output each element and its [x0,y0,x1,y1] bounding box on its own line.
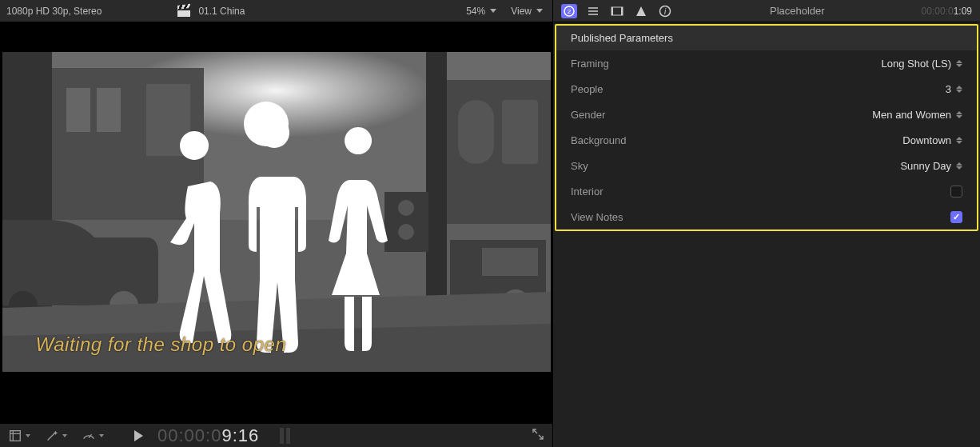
transport-bar: 00:00:09:16 [0,423,552,447]
param-label: Framing [571,58,609,70]
param-value-menu[interactable]: Long Shot (LS) [882,58,962,70]
tc-dim: 00:00:0 [922,6,954,17]
svg-rect-6 [97,88,121,132]
format-spec: 1080p HD 30p, Stereo [6,6,102,17]
param-value: Long Shot (LS) [882,58,951,70]
param-value: Sunny Day [900,160,951,172]
chevron-down-icon [62,434,67,437]
chevron-down-icon [490,9,496,13]
param-people: People 3 [556,76,977,102]
viewer-toolbar: 1080p HD 30p, Stereo 01.1 China 54% View [0,0,552,22]
inspector-clip-name: Placeholder [681,5,914,17]
canvas[interactable]: Waiting for the shop to open [2,52,551,372]
section-header: Published Parameters [556,26,977,50]
note-overlay: Waiting for the shop to open [36,333,287,356]
param-value: Downtown [902,134,951,146]
param-view-notes: View Notes ✓ [556,204,977,229]
svg-rect-5 [66,88,90,132]
chevron-down-icon [26,434,30,437]
transform-menu[interactable] [8,429,30,443]
audio-meter [280,428,290,444]
zoom-menu[interactable]: 54% [466,6,496,17]
param-label: People [571,83,603,95]
tab-generator[interactable]: 2 [561,4,577,18]
inspector-toolbar: 2 i Placeholder 00:00:01:09 [553,0,980,22]
inspector-timecode: 00:00:01:09 [922,6,972,17]
param-value-menu[interactable]: 3 [946,83,962,95]
svg-point-14 [398,224,414,240]
svg-rect-15 [482,248,538,276]
clapboard-icon[interactable] [177,6,190,17]
param-label: View Notes [571,211,623,223]
checkbox-interior[interactable] [950,186,962,198]
param-value-menu[interactable]: Downtown [902,134,962,146]
stepper-icon [956,111,962,118]
chevron-down-icon [536,9,543,13]
param-label: Sky [571,160,588,172]
param-framing: Framing Long Shot (LS) [556,50,977,76]
param-label: Background [571,134,626,146]
param-gender: Gender Men and Women [556,102,977,127]
tab-text[interactable] [585,4,601,18]
tab-color[interactable] [633,4,649,18]
tc-dim: 00:00:0 [157,425,221,445]
stepper-icon [956,137,962,144]
retime-menu[interactable] [82,429,104,443]
fullscreen-button[interactable] [532,428,544,443]
svg-text:2: 2 [568,8,572,15]
tab-video[interactable] [609,4,625,18]
clip-name: 01.1 China [198,6,245,17]
view-menu[interactable]: View [511,6,543,17]
viewer-pane: 1080p HD 30p, Stereo 01.1 China 54% View [0,0,553,447]
stepper-icon [956,60,962,67]
stepper-icon [956,162,962,170]
stepper-icon [956,86,962,93]
param-sky: Sky Sunny Day [556,153,977,178]
svg-text:i: i [664,7,667,16]
viewer-timecode[interactable]: 00:00:09:16 [157,425,259,446]
param-value-menu[interactable]: Sunny Day [900,160,962,172]
svg-rect-20 [612,7,623,15]
svg-rect-22 [621,7,623,15]
inspector-pane: 2 i Placeholder 00:00:01:09 Published Pa… [553,0,980,447]
svg-point-13 [398,200,414,216]
param-value: 3 [946,83,951,95]
svg-rect-9 [458,100,494,164]
zoom-value: 54% [466,6,485,17]
param-interior: Interior [556,178,977,204]
param-value-menu[interactable]: Men and Women [872,109,962,121]
svg-rect-21 [612,7,613,15]
enhance-menu[interactable] [45,429,67,443]
svg-rect-17 [10,430,21,441]
placeholder-scene [2,52,551,372]
tab-info[interactable]: i [657,4,673,18]
view-label: View [511,6,532,17]
tc-bright: 9:16 [221,425,259,445]
tc-bright: 1:09 [954,6,972,17]
chevron-down-icon [99,434,104,437]
param-label: Gender [571,109,605,121]
svg-rect-10 [502,100,538,164]
param-background: Background Downtown [556,127,977,153]
param-label: Interior [571,186,603,198]
checkbox-view-notes[interactable]: ✓ [950,211,962,223]
param-value: Men and Women [872,109,951,121]
play-button[interactable] [134,430,143,441]
canvas-area: Waiting for the shop to open [0,22,552,423]
published-parameters: Published Parameters Framing Long Shot (… [555,24,978,231]
